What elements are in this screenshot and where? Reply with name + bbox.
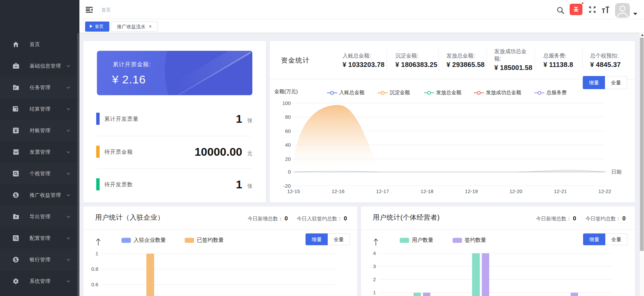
svg-text:0: 0 [288,169,291,175]
svg-text:2: 2 [373,276,376,282]
svg-text:80: 80 [285,114,291,120]
svg-text:0.6: 0.6 [91,282,98,287]
svg-text:12-21: 12-21 [554,188,567,194]
svg-text:0.8: 0.8 [91,266,98,272]
svg-text:40: 40 [285,142,291,148]
svg-text:3: 3 [373,263,376,269]
svg-text:1: 1 [96,251,98,256]
svg-text:12-16: 12-16 [331,188,344,194]
svg-text:12-20: 12-20 [509,188,522,194]
svg-text:12-17: 12-17 [376,188,389,194]
svg-text:12-22: 12-22 [598,188,611,194]
svg-text:日期: 日期 [611,169,621,175]
svg-text:12-19: 12-19 [465,188,478,194]
svg-text:4: 4 [373,250,376,256]
svg-text:1: 1 [373,290,376,295]
svg-text:60: 60 [285,128,291,134]
svg-text:12-18: 12-18 [421,188,433,194]
svg-text:12-15: 12-15 [287,188,300,194]
svg-text:20: 20 [285,156,291,162]
svg-text:100: 100 [282,100,291,106]
svg-text:-20: -20 [283,183,291,189]
